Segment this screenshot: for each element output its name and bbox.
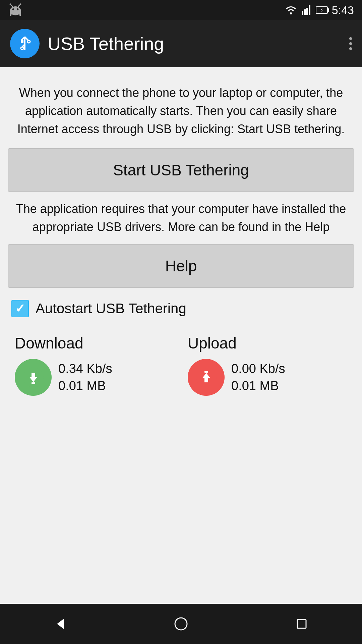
app-title: USB Tethering [48, 33, 164, 54]
svg-rect-32 [297, 620, 306, 628]
svg-point-31 [175, 618, 187, 630]
upload-stat-row: 0.00 Kb/s 0.01 MB [184, 359, 285, 396]
signal-icon [302, 5, 312, 15]
svg-rect-14 [309, 5, 310, 15]
svg-marker-15 [321, 8, 323, 12]
more-options-button[interactable] [349, 37, 352, 50]
back-button[interactable] [44, 612, 77, 636]
download-circle [15, 359, 52, 396]
download-values: 0.34 Kb/s 0.01 MB [58, 362, 112, 393]
usb-symbol [15, 34, 34, 53]
status-bar-right: 5:43 [284, 4, 354, 17]
upload-column: Upload 0.00 Kb/s 0.01 MB [184, 334, 351, 396]
autostart-checkbox[interactable]: ✓ [11, 300, 29, 317]
upload-circle [188, 359, 225, 396]
help-description: The application requires that your compu… [8, 192, 354, 244]
svg-rect-12 [304, 9, 306, 15]
svg-rect-29 [204, 371, 208, 373]
svg-rect-9 [19, 12, 21, 16]
download-arrow-icon [22, 367, 44, 388]
intro-description: When you connect the phone to your lapto… [8, 77, 354, 148]
status-bar-left [8, 3, 23, 17]
svg-rect-13 [306, 8, 308, 15]
app-bar-left: USB Tethering [10, 29, 164, 58]
svg-rect-26 [32, 382, 35, 384]
download-stat-row: 0.34 Kb/s 0.01 MB [11, 359, 112, 396]
home-icon [173, 615, 189, 632]
svg-point-10 [290, 12, 292, 14]
svg-point-5 [9, 3, 11, 5]
svg-point-7 [20, 3, 21, 5]
upload-speed: 0.00 Kb/s [231, 362, 285, 376]
checkmark-icon: ✓ [15, 303, 25, 315]
upload-values: 0.00 Kb/s 0.01 MB [231, 362, 285, 393]
svg-point-22 [21, 47, 23, 50]
nav-bar [0, 604, 362, 644]
svg-line-4 [11, 5, 13, 7]
download-title: Download [11, 334, 83, 352]
svg-rect-11 [302, 11, 303, 15]
svg-point-20 [27, 40, 30, 43]
autostart-label: Autostart USB Tethering [36, 301, 186, 317]
help-button[interactable]: Help [8, 244, 354, 288]
upload-arrow-icon [195, 367, 217, 388]
app-bar: USB Tethering [0, 20, 362, 67]
status-time: 5:43 [332, 4, 354, 17]
download-mb: 0.01 MB [58, 379, 112, 393]
battery-icon [316, 6, 328, 14]
upload-mb: 0.01 MB [231, 379, 285, 393]
home-button[interactable] [164, 612, 198, 636]
recents-button[interactable] [285, 612, 318, 636]
download-column: Download 0.34 Kb/s 0.01 MB [11, 334, 178, 396]
status-bar: 5:43 [0, 0, 362, 20]
svg-line-6 [18, 5, 20, 7]
wifi-icon [284, 5, 298, 15]
svg-rect-8 [10, 12, 11, 16]
svg-rect-19 [21, 40, 23, 43]
android-icon [8, 3, 23, 17]
svg-rect-1 [10, 10, 21, 14]
svg-point-3 [17, 8, 19, 10]
stats-section: Download 0.34 Kb/s 0.01 MB Upload [8, 324, 354, 396]
back-icon [52, 615, 69, 632]
start-usb-tethering-button[interactable]: Start USB Tethering [8, 148, 354, 192]
download-speed: 0.34 Kb/s [58, 362, 112, 376]
usb-app-icon [10, 29, 40, 58]
recents-icon [293, 615, 310, 632]
autostart-row[interactable]: ✓ Autostart USB Tethering [8, 288, 354, 324]
svg-marker-30 [57, 619, 64, 629]
main-content: When you connect the phone to your lapto… [0, 67, 362, 604]
svg-point-2 [12, 8, 14, 10]
upload-title: Upload [184, 334, 237, 352]
